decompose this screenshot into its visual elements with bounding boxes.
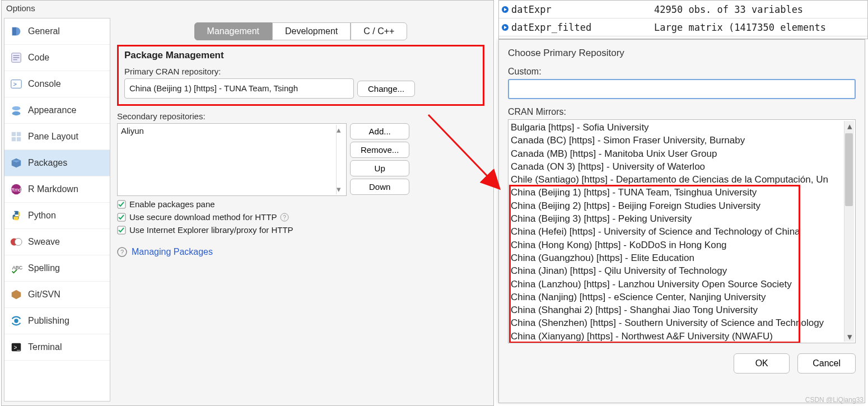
managing-packages-link[interactable]: ? Managing Packages	[117, 247, 213, 257]
change-button[interactable]: Change...	[357, 81, 415, 97]
appearance-icon	[10, 104, 22, 116]
mirror-item[interactable]: China (Jinan) [https] - Qilu University …	[511, 264, 843, 277]
mirror-item[interactable]: Chile (Santiago) [https] - Departamento …	[511, 173, 843, 186]
svg-rect-11	[17, 137, 21, 141]
primary-repo-input[interactable]: China (Beijing 1) [https] - TUNA Team, T…	[124, 78, 354, 99]
sidebar-item-appearance[interactable]: Appearance	[4, 97, 110, 124]
mirror-item[interactable]: Canada (BC) [https] - Simon Fraser Unive…	[511, 134, 843, 147]
terminal-icon: >_	[10, 341, 22, 353]
ok-button[interactable]: OK	[734, 353, 790, 374]
mirror-item[interactable]: Bulgaria [https] - Sofia University	[511, 121, 843, 134]
console-icon: >	[10, 78, 22, 90]
custom-url-input[interactable]	[508, 79, 856, 99]
tab-c-c-[interactable]: C / C++	[351, 22, 407, 40]
scroll-up-icon[interactable]: ▴	[844, 121, 855, 131]
python-icon	[10, 209, 22, 222]
env-row[interactable]: datExpr_filtedLarge matrix (1417350 elem…	[499, 18, 867, 36]
add-button[interactable]: Add...	[350, 123, 409, 139]
sidebar-item-label: Appearance	[28, 105, 76, 115]
sidebar-item-rmarkdown[interactable]: RmdR Markdown	[4, 176, 110, 203]
sidebar-item-label: Publishing	[28, 316, 69, 326]
env-var-name: datExpr_filted	[511, 22, 654, 33]
mirror-item[interactable]: China (Hong Kong) [https] - KoDDoS in Ho…	[511, 239, 843, 251]
mirror-item[interactable]: China (Nanjing) [https] - eScience Cente…	[511, 291, 843, 304]
custom-label: Custom:	[508, 67, 856, 77]
mirror-item[interactable]: Canada (MB) [https] - Manitoba Unix User…	[511, 147, 843, 160]
mirror-item[interactable]: China (Xianyang) [https] - Northwest A&F…	[511, 330, 843, 343]
svg-text:Rmd: Rmd	[11, 188, 21, 193]
cancel-button[interactable]: Cancel	[797, 353, 856, 374]
scrollbar[interactable]: ▴ ▾	[844, 121, 854, 342]
sidebar-item-spelling[interactable]: ABCSpelling	[4, 255, 110, 282]
expand-icon[interactable]	[499, 6, 511, 13]
publishing-icon	[10, 315, 22, 327]
mirror-item[interactable]: China (Beijing 2) [https] - Beijing Fore…	[511, 199, 843, 212]
checkbox-row-2: Use Internet Explorer library/proxy for …	[117, 225, 484, 235]
svg-text:ABC: ABC	[12, 265, 22, 270]
secondary-repo-label: Secondary repositories:	[117, 111, 484, 121]
checkbox-icon[interactable]	[117, 226, 126, 235]
up-button[interactable]: Up	[350, 160, 409, 176]
primary-repo-label: Primary CRAN repository:	[124, 67, 477, 76]
sidebar-item-terminal[interactable]: >_Terminal	[4, 334, 110, 361]
list-item[interactable]: Aliyun	[121, 125, 343, 137]
scroll-down-icon[interactable]: ▾	[844, 332, 855, 342]
spelling-icon: ABC	[10, 262, 22, 274]
mirror-item[interactable]: China (Shanghai 2) [https] - Shanghai Ji…	[511, 304, 843, 316]
mirror-item[interactable]: China (Beijing 3) [https] - Peking Unive…	[511, 212, 843, 225]
sidebar-item-publishing[interactable]: Publishing	[4, 308, 110, 334]
env-var-value: Large matrix (1417350 elements	[654, 22, 867, 33]
sidebar-item-python[interactable]: Python	[4, 203, 110, 229]
listbox-scrollbar[interactable]: ▴ ▾	[336, 125, 345, 194]
sidebar-item-label: Python	[28, 211, 56, 221]
mirror-item[interactable]: China (Shenzhen) [https] - Southern Univ…	[511, 316, 843, 329]
scroll-thumb[interactable]	[845, 133, 853, 206]
checkbox-label[interactable]: Use secure download method for HTTP	[129, 212, 277, 222]
mirror-item[interactable]: Colombia (Cali) [https] - Icesi Universi…	[511, 343, 843, 343]
checkbox-icon[interactable]	[117, 200, 126, 209]
sidebar-item-label: Pane Layout	[28, 132, 78, 142]
sidebar-item-console[interactable]: >Console	[4, 71, 110, 97]
scroll-down-icon[interactable]: ▾	[337, 184, 345, 194]
mirror-item[interactable]: China (Beijing 1) [https] - TUNA Team, T…	[511, 186, 843, 199]
sidebar-item-general[interactable]: General	[4, 18, 110, 45]
mirror-item[interactable]: China (Lanzhou) [https] - Lanzhou Univer…	[511, 278, 843, 291]
section-title: Package Management	[124, 50, 477, 61]
checkbox-row-0: Enable packages pane	[117, 199, 484, 209]
mirror-item[interactable]: China (Hefei) [https] - University of Sc…	[511, 225, 843, 238]
tab-development[interactable]: Development	[272, 22, 351, 40]
options-window: Options GeneralCode>ConsoleAppearancePan…	[1, 0, 494, 406]
env-var-name: datExpr	[511, 4, 654, 15]
checkbox-row-1: Use secure download method for HTTP?	[117, 212, 484, 222]
scroll-up-icon[interactable]: ▴	[337, 125, 345, 135]
sidebar-item-pane-layout[interactable]: Pane Layout	[4, 124, 110, 150]
secondary-repo-listbox[interactable]: Aliyun ▴ ▾	[117, 123, 347, 196]
expand-icon[interactable]	[499, 24, 511, 31]
pane-layout-icon	[10, 130, 22, 143]
svg-text:?: ?	[120, 249, 124, 255]
sidebar-item-label: Code	[28, 53, 49, 63]
tab-management[interactable]: Management	[194, 22, 272, 40]
remove-button[interactable]: Remove...	[350, 142, 409, 158]
sweave-icon	[10, 236, 22, 248]
mirror-item[interactable]: Canada (ON 3) [https] - University of Wa…	[511, 160, 843, 173]
cran-mirrors-listbox[interactable]: Bulgaria [https] - Sofia UniversityCanad…	[508, 119, 856, 343]
checkbox-icon[interactable]	[117, 213, 126, 222]
sidebar-item-label: Console	[28, 79, 61, 89]
help-icon[interactable]: ?	[280, 213, 289, 222]
sidebar-item-label: General	[28, 26, 60, 36]
sidebar-item-git-svn[interactable]: Git/SVN	[4, 282, 110, 308]
checkbox-label[interactable]: Use Internet Explorer library/proxy for …	[129, 225, 293, 235]
managing-packages-label: Managing Packages	[132, 247, 213, 257]
sidebar-item-sweave[interactable]: Sweave	[4, 229, 110, 255]
code-icon	[10, 52, 22, 64]
down-button[interactable]: Down	[350, 179, 409, 195]
environment-pane: datExpr42950 obs. of 33 variablesdatExpr…	[498, 0, 868, 39]
checkbox-label[interactable]: Enable packages pane	[129, 199, 215, 209]
env-var-value: 42950 obs. of 33 variables	[654, 4, 867, 15]
sidebar-item-packages[interactable]: Packages	[4, 150, 110, 176]
sidebar-item-label: R Markdown	[28, 184, 78, 194]
sidebar-item-code[interactable]: Code	[4, 45, 110, 71]
mirror-item[interactable]: China (Guangzhou) [https] - Elite Educat…	[511, 251, 843, 264]
env-row[interactable]: datExpr42950 obs. of 33 variables	[499, 1, 867, 18]
